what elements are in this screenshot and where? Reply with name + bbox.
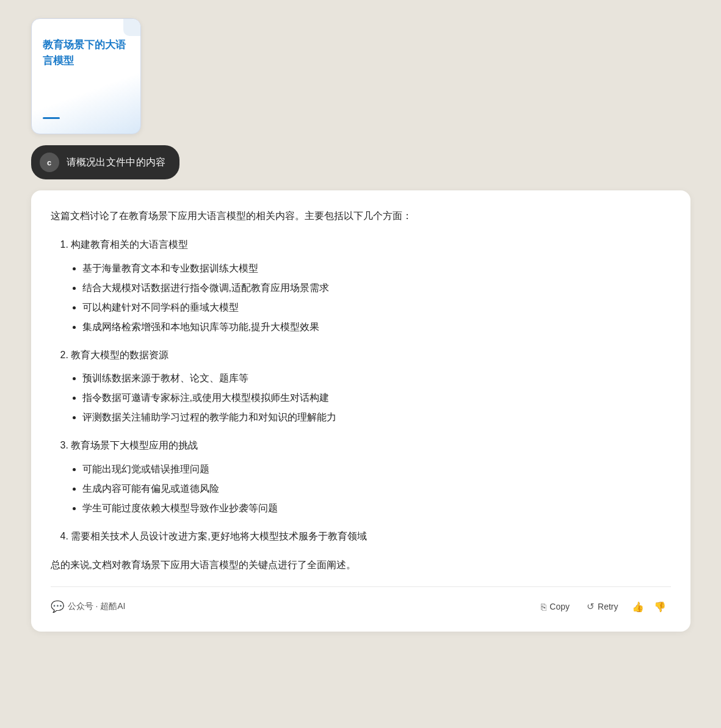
thumbs-up-icon: 👍 xyxy=(632,601,644,613)
wechat-watermark: 💬 公众号 · 超酷AI xyxy=(51,600,126,613)
section-heading-1: 1. 构建教育相关的大语言模型 xyxy=(60,236,671,254)
doc-card-divider xyxy=(43,117,60,119)
copy-button[interactable]: ⎘ Copy xyxy=(532,597,578,616)
retry-icon: ↺ xyxy=(587,601,595,612)
ai-response-card: 这篇文档讨论了在教育场景下应用大语言模型的相关内容。主要包括以下几个方面： 1.… xyxy=(31,190,690,632)
action-bar: 💬 公众号 · 超酷AI ⎘ Copy ↺ Retry 👍 👎 xyxy=(51,597,671,617)
user-avatar: c xyxy=(40,153,59,172)
section-bullets-3: 可能出现幻觉或错误推理问题 生成内容可能有偏见或道德风险 学生可能过度依赖大模型… xyxy=(51,460,671,518)
document-card[interactable]: 教育场景下的大语言模型 xyxy=(31,18,141,134)
copy-icon: ⎘ xyxy=(541,602,546,612)
user-message-bubble: c 请概况出文件中的内容 xyxy=(31,145,179,179)
copy-label: Copy xyxy=(549,602,570,611)
list-item: 可能出现幻觉或错误推理问题 xyxy=(82,460,671,479)
list-item: 集成网络检索增强和本地知识库等功能,提升大模型效果 xyxy=(82,317,671,337)
list-item: 学生可能过度依赖大模型导致作业抄袭等问题 xyxy=(82,499,671,518)
response-summary: 总的来说,文档对教育场景下应用大语言模型的关键点进行了全面阐述。 xyxy=(51,557,671,574)
wechat-icon: 💬 xyxy=(51,600,64,613)
list-item: 基于海量教育文本和专业数据训练大模型 xyxy=(82,259,671,278)
section-bullets-1: 基于海量教育文本和专业数据训练大模型 结合大规模对话数据进行指令微调,适配教育应… xyxy=(51,259,671,337)
user-message-text: 请概况出文件中的内容 xyxy=(67,156,166,169)
list-item: 评测数据关注辅助学习过程的教学能力和对知识的理解能力 xyxy=(82,408,671,427)
list-item: 预训练数据来源于教材、论文、题库等 xyxy=(82,369,671,388)
list-item: 可以构建针对不同学科的垂域大模型 xyxy=(82,298,671,317)
list-item: 指令数据可邀请专家标注,或使用大模型模拟师生对话构建 xyxy=(82,388,671,408)
section-bullets-2: 预训练数据来源于教材、论文、题库等 指令数据可邀请专家标注,或使用大模型模拟师生… xyxy=(51,369,671,427)
list-item: 生成内容可能有偏见或道德风险 xyxy=(82,479,671,499)
list-item: 结合大规模对话数据进行指令微调,适配教育应用场景需求 xyxy=(82,278,671,298)
retry-label: Retry xyxy=(598,602,618,611)
section-heading-4: 4. 需要相关技术人员设计改进方案,更好地将大模型技术服务于教育领域 xyxy=(60,528,671,546)
section-heading-2: 2. 教育大模型的数据资源 xyxy=(60,347,671,364)
retry-button[interactable]: ↺ Retry xyxy=(578,597,626,616)
divider xyxy=(51,586,671,587)
thumbs-down-button[interactable]: 👎 xyxy=(649,597,671,617)
thumbs-down-icon: 👎 xyxy=(654,601,666,613)
page-container: 教育场景下的大语言模型 c 请概况出文件中的内容 这篇文档讨论了在教育场景下应用… xyxy=(31,18,690,632)
doc-card-corner xyxy=(123,19,140,36)
doc-card-title: 教育场景下的大语言模型 xyxy=(43,37,129,68)
response-intro: 这篇文档讨论了在教育场景下应用大语言模型的相关内容。主要包括以下几个方面： xyxy=(51,207,671,225)
section-heading-3: 3. 教育场景下大模型应用的挑战 xyxy=(60,437,671,455)
watermark-text: 公众号 · 超酷AI xyxy=(68,601,126,612)
thumbs-up-button[interactable]: 👍 xyxy=(627,597,649,617)
